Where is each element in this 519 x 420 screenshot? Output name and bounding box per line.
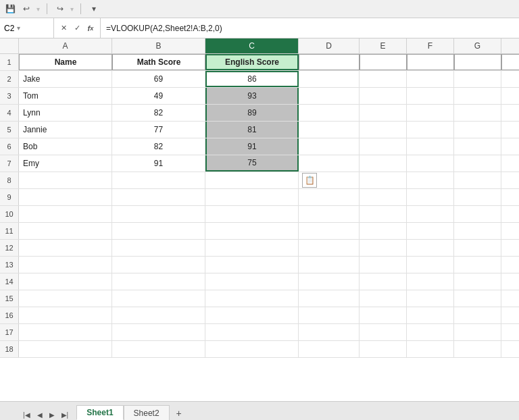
col-header-f[interactable]: F: [407, 38, 454, 53]
cell-a15[interactable]: [19, 290, 112, 307]
cell-g3[interactable]: [454, 88, 501, 104]
row-header-18[interactable]: 18: [0, 341, 19, 357]
cell-g17[interactable]: [454, 324, 501, 340]
cell-f2[interactable]: [407, 71, 454, 87]
redo-icon[interactable]: ↪: [54, 3, 66, 15]
cell-d9[interactable]: [299, 189, 360, 205]
cell-b1[interactable]: Math Score: [112, 54, 205, 70]
cell-h12[interactable]: [501, 240, 519, 256]
cell-a13[interactable]: [19, 257, 112, 273]
cell-d11[interactable]: [299, 223, 360, 239]
tab-sheet1[interactable]: Sheet1: [76, 405, 123, 420]
cell-g5[interactable]: [454, 122, 501, 138]
cell-d1[interactable]: [299, 54, 360, 70]
cell-h13[interactable]: [501, 257, 519, 273]
cancel-formula-icon[interactable]: ✕: [58, 23, 69, 34]
col-header-d[interactable]: D: [299, 38, 360, 53]
tab-nav-next[interactable]: ▶: [47, 410, 57, 420]
cell-d12[interactable]: [299, 240, 360, 256]
cell-f10[interactable]: [407, 206, 454, 222]
tab-sheet2[interactable]: Sheet2: [124, 405, 170, 420]
cell-c6[interactable]: 91: [205, 138, 299, 155]
cell-g11[interactable]: [454, 223, 501, 239]
cell-f18[interactable]: [407, 341, 454, 357]
cell-f11[interactable]: [407, 223, 454, 239]
row-header-16[interactable]: 16: [0, 307, 19, 323]
cell-b9[interactable]: [112, 189, 205, 205]
row-header-6[interactable]: 6: [0, 138, 19, 155]
cell-a10[interactable]: [19, 206, 112, 222]
row-header-10[interactable]: 10: [0, 206, 19, 222]
cell-c13[interactable]: [205, 257, 299, 273]
row-header-17[interactable]: 17: [0, 324, 19, 340]
cell-c9[interactable]: [205, 189, 299, 205]
row-header-5[interactable]: 5: [0, 122, 19, 138]
cell-h2[interactable]: [501, 71, 519, 87]
tab-nav-prev[interactable]: ◀: [34, 410, 45, 420]
cell-a1[interactable]: Name: [19, 54, 112, 70]
cell-c4[interactable]: 89: [205, 105, 299, 121]
cell-b15[interactable]: [112, 290, 205, 307]
cell-c1[interactable]: English Score: [205, 54, 299, 70]
cell-e15[interactable]: [360, 290, 407, 307]
cell-f13[interactable]: [407, 257, 454, 273]
row-header-2[interactable]: 2: [0, 71, 19, 87]
cell-f12[interactable]: [407, 240, 454, 256]
cell-e8[interactable]: [360, 172, 407, 188]
cell-c8[interactable]: 📋: [205, 172, 299, 188]
col-header-h[interactable]: H: [501, 38, 519, 53]
cell-e10[interactable]: [360, 206, 407, 222]
cell-g14[interactable]: [454, 273, 501, 290]
confirm-formula-icon[interactable]: ✓: [72, 23, 82, 34]
tab-nav-last[interactable]: ▶|: [59, 410, 72, 420]
cell-b16[interactable]: [112, 307, 205, 323]
cell-f5[interactable]: [407, 122, 454, 138]
cell-a3[interactable]: Tom: [19, 88, 112, 104]
cell-f9[interactable]: [407, 189, 454, 205]
cell-g6[interactable]: [454, 138, 501, 155]
cell-c15[interactable]: [205, 290, 299, 307]
cell-e14[interactable]: [360, 273, 407, 290]
cell-e5[interactable]: [360, 122, 407, 138]
cell-g16[interactable]: [454, 307, 501, 323]
cell-e13[interactable]: [360, 257, 407, 273]
row-header-11[interactable]: 11: [0, 223, 19, 239]
cell-d5[interactable]: [299, 122, 360, 138]
cell-g15[interactable]: [454, 290, 501, 307]
cell-c11[interactable]: [205, 223, 299, 239]
row-header-13[interactable]: 13: [0, 257, 19, 273]
col-header-g[interactable]: G: [454, 38, 501, 53]
cell-f3[interactable]: [407, 88, 454, 104]
cell-h4[interactable]: [501, 105, 519, 121]
cell-f6[interactable]: [407, 138, 454, 155]
cell-h5[interactable]: [501, 122, 519, 138]
undo-dropdown[interactable]: ▾: [36, 5, 40, 13]
cell-b14[interactable]: [112, 273, 205, 290]
customize-icon[interactable]: ▾: [88, 3, 100, 15]
cell-e4[interactable]: [360, 105, 407, 121]
cell-d3[interactable]: [299, 88, 360, 104]
cell-f14[interactable]: [407, 273, 454, 290]
row-header-4[interactable]: 4: [0, 105, 19, 121]
cell-a4[interactable]: Lynn: [19, 105, 112, 121]
cell-d6[interactable]: [299, 138, 360, 155]
row-header-9[interactable]: 9: [0, 189, 19, 205]
row-header-12[interactable]: 12: [0, 240, 19, 256]
tab-nav-first[interactable]: |◀: [20, 410, 33, 420]
cell-d13[interactable]: [299, 257, 360, 273]
cell-e9[interactable]: [360, 189, 407, 205]
cell-b3[interactable]: 49: [112, 88, 205, 104]
paste-icon[interactable]: 📋: [302, 173, 317, 188]
cell-e12[interactable]: [360, 240, 407, 256]
cell-d4[interactable]: [299, 105, 360, 121]
cell-a12[interactable]: [19, 240, 112, 256]
cell-e6[interactable]: [360, 138, 407, 155]
cell-e16[interactable]: [360, 307, 407, 323]
cell-h16[interactable]: [501, 307, 519, 323]
cell-b5[interactable]: 77: [112, 122, 205, 138]
cell-c5[interactable]: 81: [205, 122, 299, 138]
tab-add-button[interactable]: +: [172, 406, 186, 420]
cell-g10[interactable]: [454, 206, 501, 222]
save-icon[interactable]: 💾: [4, 3, 16, 15]
cell-d17[interactable]: [299, 324, 360, 340]
